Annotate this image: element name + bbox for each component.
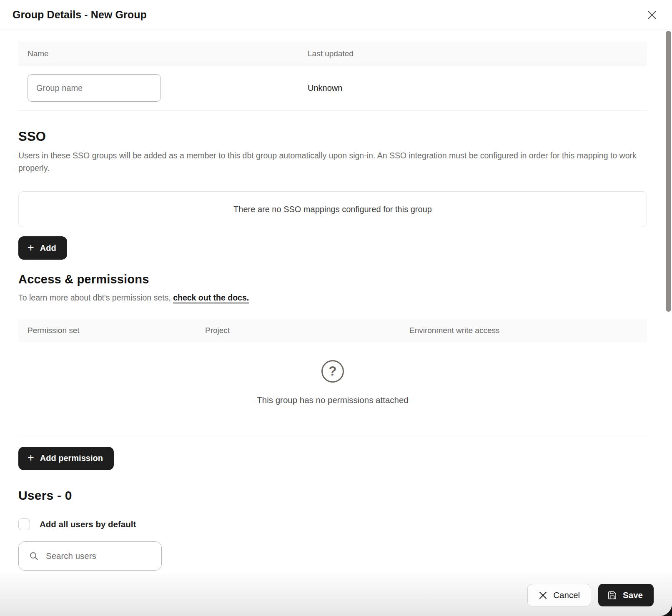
column-header-name: Name bbox=[18, 42, 298, 65]
column-header-permission-set: Permission set bbox=[18, 320, 196, 341]
permissions-empty-message: This group has no permissions attached bbox=[257, 395, 409, 405]
search-users-field bbox=[18, 541, 162, 571]
save-label: Save bbox=[623, 590, 643, 600]
sso-empty-state: There are no SSO mappings configured for… bbox=[18, 191, 647, 227]
close-button[interactable] bbox=[643, 6, 661, 24]
permissions-description: To learn more about dbt's permission set… bbox=[18, 292, 647, 304]
modal-content: Name Last updated Unknown SSO Users in t… bbox=[0, 42, 672, 571]
modal-title: Group Details - New Group bbox=[13, 9, 147, 21]
add-permission-button[interactable]: + Add permission bbox=[18, 447, 114, 470]
column-header-last-updated: Last updated bbox=[298, 42, 647, 65]
group-details-modal: Group Details - New Group Name Last upda… bbox=[0, 0, 672, 616]
group-name-table: Name Last updated Unknown bbox=[18, 42, 647, 111]
group-name-table-header: Name Last updated bbox=[18, 42, 647, 65]
modal-header: Group Details - New Group bbox=[0, 0, 672, 30]
close-icon bbox=[647, 10, 657, 20]
last-updated-value: Unknown bbox=[298, 83, 647, 93]
question-circle-icon: ? bbox=[321, 360, 344, 383]
add-all-users-checkbox[interactable] bbox=[18, 518, 30, 530]
group-name-input[interactable] bbox=[28, 74, 161, 102]
permissions-table-header: Permission set Project Environment write… bbox=[18, 320, 647, 341]
search-icon bbox=[29, 551, 39, 561]
question-glyph: ? bbox=[329, 364, 337, 379]
add-permission-label: Add permission bbox=[40, 453, 103, 463]
modal-footer: Cancel Save bbox=[0, 574, 672, 616]
access-permissions-heading: Access & permissions bbox=[18, 273, 647, 286]
cancel-x-icon bbox=[539, 591, 547, 600]
cancel-button[interactable]: Cancel bbox=[527, 584, 591, 606]
docs-link[interactable]: check out the docs. bbox=[173, 293, 249, 302]
sso-empty-message: There are no SSO mappings configured for… bbox=[233, 205, 432, 214]
permissions-empty-state: ? This group has no permissions attached bbox=[18, 341, 647, 436]
search-users-input[interactable] bbox=[46, 551, 154, 561]
add-sso-mapping-label: Add bbox=[40, 243, 56, 253]
sso-description: Users in these SSO groups will be added … bbox=[18, 150, 647, 174]
plus-icon: + bbox=[28, 242, 34, 253]
add-sso-mapping-button[interactable]: + Add bbox=[18, 236, 67, 260]
users-heading: Users - 0 bbox=[18, 488, 647, 503]
permissions-description-text: To learn more about dbt's permission set… bbox=[18, 293, 173, 302]
sso-heading: SSO bbox=[18, 129, 647, 144]
permissions-table: Permission set Project Environment write… bbox=[18, 320, 647, 436]
plus-icon: + bbox=[28, 452, 34, 463]
add-all-users-row: Add all users by default bbox=[18, 518, 647, 530]
column-header-environment-write-access: Environment write access bbox=[400, 320, 647, 341]
column-header-project: Project bbox=[196, 320, 400, 341]
save-icon bbox=[607, 591, 617, 600]
cancel-label: Cancel bbox=[553, 590, 580, 600]
vertical-scrollbar[interactable] bbox=[666, 31, 671, 312]
table-row: Unknown bbox=[18, 65, 647, 111]
add-all-users-label: Add all users by default bbox=[40, 519, 136, 529]
save-button[interactable]: Save bbox=[598, 584, 654, 606]
